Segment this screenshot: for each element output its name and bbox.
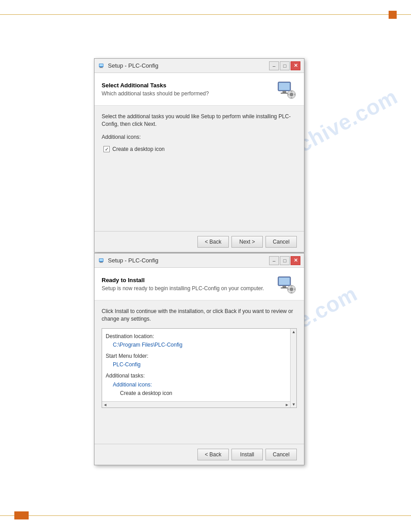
svg-rect-27 bbox=[294, 288, 295, 290]
scroll-down-arrow[interactable]: ▼ bbox=[291, 401, 297, 408]
top-right-decoration bbox=[389, 11, 397, 19]
bottom-decorative-line bbox=[0, 515, 411, 516]
title-bar-2: Setup - PLC-Config – □ ✕ bbox=[94, 253, 304, 268]
dialog-2-controls: – □ ✕ bbox=[269, 256, 300, 265]
dialog-1-close-btn[interactable]: ✕ bbox=[291, 61, 300, 70]
dialog-1-next-btn[interactable]: Next > bbox=[231, 236, 263, 248]
desktop-icon-label: Create a desktop icon bbox=[112, 146, 165, 152]
svg-rect-26 bbox=[287, 288, 289, 290]
svg-rect-10 bbox=[291, 90, 292, 92]
svg-rect-17 bbox=[99, 262, 103, 263]
bottom-left-decoration bbox=[14, 511, 29, 519]
svg-point-23 bbox=[290, 287, 293, 291]
svg-rect-3 bbox=[99, 68, 103, 68]
dialog-1-title: Setup - PLC-Config bbox=[108, 62, 158, 69]
menu-label: Start Menu folder: bbox=[106, 352, 287, 360]
dialog-1-footer: < Back Next > Cancel bbox=[94, 231, 304, 252]
dialog-2-header-subtitle: Setup is now ready to begin installing P… bbox=[102, 285, 275, 292]
svg-rect-2 bbox=[100, 67, 103, 68]
checkbox-check-mark: ✓ bbox=[105, 147, 109, 152]
horizontal-scrollbar[interactable]: ◄ ► bbox=[102, 401, 290, 408]
title-bar-1: Setup - PLC-Config – □ ✕ bbox=[94, 59, 304, 73]
svg-rect-6 bbox=[283, 91, 286, 93]
svg-rect-16 bbox=[100, 262, 103, 262]
vertical-scrollbar[interactable]: ▲ ▼ bbox=[290, 329, 296, 408]
dialog-2-restore-btn[interactable]: □ bbox=[280, 256, 290, 265]
svg-rect-7 bbox=[281, 93, 288, 94]
scroll-left-arrow[interactable]: ◄ bbox=[102, 402, 108, 408]
summary-box: Destination location: C:\Program Files\P… bbox=[102, 328, 297, 408]
svg-point-9 bbox=[290, 93, 293, 96]
dialog-1-app-icon bbox=[98, 62, 105, 69]
svg-rect-13 bbox=[294, 94, 295, 95]
top-decorative-line bbox=[0, 14, 411, 15]
dialog-2-close-btn[interactable]: ✕ bbox=[291, 256, 300, 265]
svg-rect-12 bbox=[287, 94, 289, 95]
svg-rect-11 bbox=[291, 97, 292, 99]
dialog-2-app-icon bbox=[98, 257, 105, 264]
dialog-1-header: Select Additional Tasks Which additional… bbox=[94, 73, 304, 106]
tasks-label: Additional tasks: bbox=[106, 372, 287, 380]
scroll-right-arrow[interactable]: ► bbox=[284, 402, 290, 408]
dialog-1-minimize-btn[interactable]: – bbox=[269, 61, 279, 70]
dialog-ready-to-install: Setup - PLC-Config – □ ✕ Ready to Instal… bbox=[94, 253, 304, 465]
dialog-1-body: Select the additional tasks you would li… bbox=[94, 106, 304, 231]
dialog-2-header: Ready to Install Setup is now ready to b… bbox=[94, 268, 304, 300]
dialog-1-back-btn[interactable]: < Back bbox=[197, 236, 229, 248]
dest-value: C:\Program Files\PLC-Config bbox=[106, 341, 287, 349]
dialog-1-header-icon bbox=[275, 78, 297, 100]
dialog-select-tasks: Setup - PLC-Config – □ ✕ Select Addition… bbox=[94, 58, 304, 253]
svg-rect-5 bbox=[279, 83, 290, 90]
svg-rect-25 bbox=[291, 292, 292, 293]
dialog-1-header-subtitle: Which additional tasks should be perform… bbox=[102, 90, 275, 97]
desktop-icon-checkbox[interactable]: ✓ bbox=[103, 146, 110, 152]
dialog-2-header-title: Ready to Install bbox=[102, 277, 275, 283]
dialog-2-intro: Click Install to continue with the insta… bbox=[102, 308, 297, 323]
dialog-2-title: Setup - PLC-Config bbox=[108, 257, 158, 264]
dialog-2-install-btn[interactable]: Install bbox=[231, 449, 263, 460]
dialog-2-header-icon bbox=[275, 273, 297, 295]
dialog-1-restore-btn[interactable]: □ bbox=[280, 61, 290, 70]
dialog-1-header-title: Select Additional Tasks bbox=[102, 82, 275, 89]
svg-rect-19 bbox=[279, 278, 290, 285]
svg-rect-20 bbox=[283, 286, 286, 287]
dialog-2-minimize-btn[interactable]: – bbox=[269, 256, 279, 265]
dialog-1-section-label: Additional icons: bbox=[102, 133, 297, 141]
menu-value: PLC-Config bbox=[106, 360, 287, 369]
dialog-2-back-btn[interactable]: < Back bbox=[197, 449, 229, 460]
svg-rect-21 bbox=[281, 287, 288, 288]
dialog-2-body: Click Install to continue with the insta… bbox=[94, 300, 304, 444]
dialog-1-cancel-btn[interactable]: Cancel bbox=[265, 236, 297, 248]
dest-label: Destination location: bbox=[106, 332, 287, 341]
dialog-2-footer: < Back Install Cancel bbox=[94, 444, 304, 465]
tasks-sub-label: Additional icons: bbox=[106, 381, 287, 389]
svg-rect-1 bbox=[99, 64, 103, 66]
dialog-2-cancel-btn[interactable]: Cancel bbox=[265, 449, 297, 460]
dialog-1-intro: Select the additional tasks you would li… bbox=[102, 113, 297, 128]
dialog-1-checkbox-row[interactable]: ✓ Create a desktop icon bbox=[103, 146, 297, 152]
svg-rect-15 bbox=[99, 259, 103, 261]
dialog-1-controls: – □ ✕ bbox=[269, 61, 300, 70]
svg-rect-24 bbox=[291, 285, 292, 287]
tasks-sub-value: Create a desktop icon bbox=[106, 389, 287, 398]
scroll-up-arrow[interactable]: ▲ bbox=[291, 329, 297, 335]
